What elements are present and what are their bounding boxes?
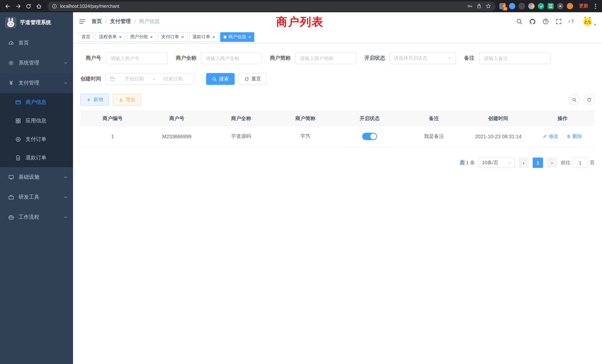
refresh-button[interactable]: [583, 94, 595, 105]
chevron-down-icon: ▾: [594, 22, 596, 27]
close-icon[interactable]: ×: [181, 35, 184, 39]
close-icon[interactable]: ×: [150, 35, 153, 39]
goto-page-input[interactable]: [573, 158, 588, 168]
font-size-icon[interactable]: TT: [569, 18, 576, 25]
yen-icon: ¥: [8, 80, 14, 86]
next-page-button[interactable]: ›: [547, 158, 557, 168]
grid-icon: [15, 118, 21, 124]
sidebar-item-home[interactable]: 首页: [0, 33, 73, 53]
sidebar-item-infrastructure[interactable]: 基础设施: [0, 167, 73, 187]
cell-remark: 我是备注: [402, 126, 466, 147]
sidebar-item-refund-order[interactable]: 退款订单: [0, 149, 73, 167]
workflow-icon: [8, 214, 14, 220]
forward-icon[interactable]: [13, 1, 23, 11]
info-icon[interactable]: [52, 3, 57, 9]
tab-merchant-info[interactable]: 商户信息 ×: [220, 32, 254, 42]
extension-icon[interactable]: [538, 3, 544, 9]
home-icon[interactable]: [34, 1, 44, 11]
prev-page-button[interactable]: ‹: [519, 158, 529, 168]
edit-button[interactable]: 修改: [543, 133, 559, 140]
app-shell: 芋道管理系统 首页 系统管理: [0, 12, 602, 364]
remark-input[interactable]: [479, 52, 551, 64]
cell-merchant-no: M233666999: [145, 126, 209, 147]
sidebar-item-app-info[interactable]: 应用信息: [0, 112, 73, 130]
tab-process-form[interactable]: 流程表单 ×: [96, 32, 125, 42]
cell-status: [337, 126, 402, 147]
chevron-down-icon: [447, 56, 452, 60]
extension-icon[interactable]: [528, 3, 535, 9]
back-icon[interactable]: [3, 1, 13, 11]
star-icon[interactable]: [486, 3, 491, 9]
tab-refund-order[interactable]: 退款订单 ×: [189, 32, 218, 42]
sidebar-item-pay-order[interactable]: 支付订单: [0, 130, 73, 149]
breadcrumb: 首页 / 支付管理 / 商户信息: [92, 18, 160, 25]
close-icon[interactable]: ×: [248, 35, 251, 39]
search-button[interactable]: 搜索: [206, 73, 235, 85]
svg-text:T: T: [569, 20, 570, 24]
gear-icon: [8, 60, 14, 66]
full-name-input[interactable]: [201, 52, 262, 64]
share-icon[interactable]: [476, 3, 482, 9]
chevron-down-icon: [63, 195, 68, 199]
page-size-select[interactable]: 10条/页: [479, 158, 515, 168]
close-icon[interactable]: ×: [119, 35, 122, 39]
sidebar-item-system[interactable]: 系统管理: [0, 53, 73, 73]
create-time-label: 创建时间: [80, 76, 101, 82]
close-icon[interactable]: ×: [212, 35, 215, 39]
extension-icon[interactable]: [548, 3, 554, 9]
add-button[interactable]: 新增: [80, 94, 109, 106]
extension-icon[interactable]: [567, 3, 573, 9]
short-name-label: 商户简称: [270, 55, 291, 62]
address-bar[interactable]: localhost:1024/pay/merchant: [47, 1, 496, 11]
merchant-no-input[interactable]: [106, 52, 168, 64]
sidebar-item-workflow[interactable]: 工作流程: [0, 207, 73, 227]
col-merchant-no: 商户号: [145, 111, 209, 126]
toolbox-icon: [8, 194, 14, 200]
sidebar: 芋道管理系统 首页 系统管理: [0, 12, 73, 364]
delete-button[interactable]: 删除: [566, 133, 582, 140]
breadcrumb-home[interactable]: 首页: [92, 18, 102, 25]
hamburger-icon[interactable]: [79, 18, 86, 25]
navbar: 首页 / 支付管理 / 商户信息 商户列表: [73, 12, 602, 31]
help-icon[interactable]: [542, 18, 549, 25]
table-toolbar: 新增 导出: [80, 94, 595, 106]
tab-pay-order[interactable]: 支付订单 ×: [158, 32, 187, 42]
key-icon[interactable]: [467, 3, 473, 9]
tab-user-group[interactable]: 用户分组 ×: [127, 32, 156, 42]
chevron-down-icon: [63, 175, 68, 179]
breadcrumb-payment[interactable]: 支付管理: [110, 18, 131, 25]
short-name-input[interactable]: [295, 52, 356, 64]
reload-icon[interactable]: [24, 1, 33, 11]
github-icon[interactable]: [529, 18, 536, 25]
table-header-row: 商户编号 商户号 商户全称 商户简称 开启状态 备注 创建时间 操作: [80, 111, 595, 126]
cell-actions: 修改 删除: [530, 126, 595, 147]
extension-icon[interactable]: [557, 3, 563, 9]
col-status: 开启状态: [337, 111, 402, 126]
table-row: 1 M233666999 芋道源码 芋艿 我是备注 2021-10-23 08:…: [80, 126, 595, 147]
tab-home[interactable]: 首页: [78, 32, 94, 42]
end-date-placeholder: 结束日期: [156, 76, 190, 82]
logo[interactable]: 芋道管理系统: [0, 12, 73, 33]
fullscreen-icon[interactable]: [556, 18, 562, 25]
extension-badge: 10: [503, 7, 507, 11]
sidebar-item-payment[interactable]: ¥ 支付管理: [0, 73, 73, 93]
sidebar-item-dev-tools[interactable]: 研发工具: [0, 187, 73, 207]
toggle-search-button[interactable]: [569, 94, 580, 105]
col-remark: 备注: [402, 111, 466, 126]
svg-text:T: T: [571, 19, 574, 24]
extension-icon[interactable]: [519, 3, 525, 9]
sidebar-item-merchant-info[interactable]: 商户信息: [0, 93, 73, 112]
browser-menu-icon[interactable]: [592, 3, 599, 9]
search-icon[interactable]: [516, 18, 523, 25]
status-toggle[interactable]: [362, 133, 377, 140]
page-1-button[interactable]: 1: [533, 158, 543, 168]
reset-button[interactable]: 重置: [238, 73, 267, 85]
create-time-range-picker[interactable]: 开始日期 - 结束日期: [106, 73, 194, 85]
user-avatar[interactable]: ▾: [582, 16, 596, 27]
active-dot: [224, 35, 226, 38]
extension-icon[interactable]: 10: [499, 3, 506, 9]
extension-icon[interactable]: [509, 3, 515, 9]
browser-update-button[interactable]: 更新: [576, 3, 591, 9]
status-select[interactable]: 请选择开启状态: [390, 52, 456, 64]
export-button[interactable]: 导出: [113, 94, 141, 106]
